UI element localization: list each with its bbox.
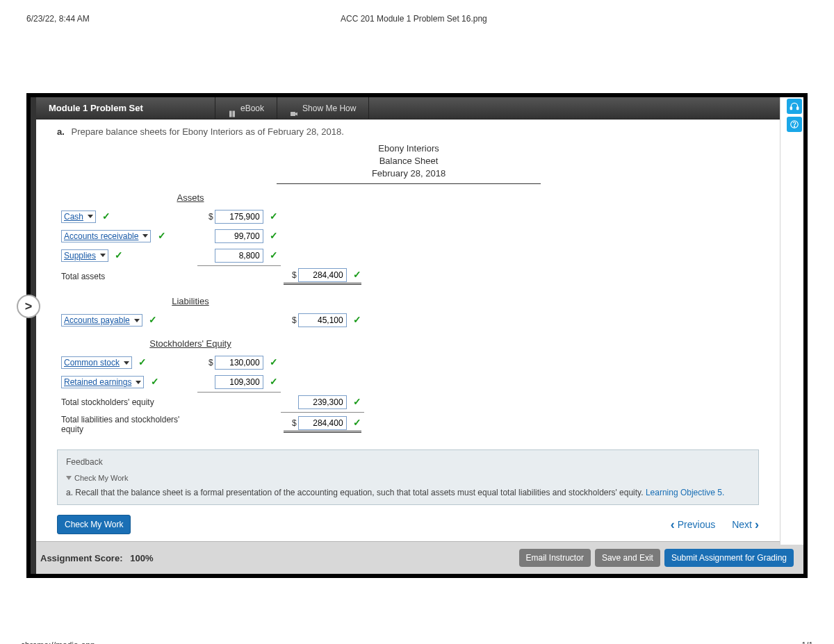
- check-icon: ✓: [270, 210, 278, 222]
- dropdown-cash-label: Cash: [64, 212, 83, 222]
- dropdown-cs[interactable]: Common stock: [61, 356, 132, 369]
- check-icon: ✓: [270, 356, 278, 368]
- check-icon: ✓: [353, 314, 361, 325]
- feedback-box: Feedback Check My Work a. Recall that th…: [57, 449, 759, 505]
- print-header: 6/23/22, 8:44 AM ACC 201 Module 1 Proble…: [0, 0, 834, 24]
- show-me-how-button[interactable]: Show Me How: [277, 97, 369, 119]
- dollar-sign: $: [292, 418, 297, 428]
- section-equity: Stockholders' Equity: [58, 338, 322, 349]
- dropdown-supplies-label: Supplies: [64, 251, 96, 261]
- caret-icon: [88, 215, 93, 218]
- dropdown-supplies[interactable]: Supplies: [61, 249, 108, 262]
- check-icon: ✓: [149, 314, 157, 325]
- ebook-button[interactable]: eBook: [215, 97, 277, 119]
- chevron-left-icon: ‹: [671, 518, 675, 532]
- check-icon: ✓: [353, 417, 361, 428]
- equity-table: Common stock ✓ $ ✓: [58, 353, 364, 437]
- instruction-body: Prepare balance sheets for Ebony Interio…: [71, 126, 343, 137]
- statement-date: February 28, 2018: [277, 167, 541, 180]
- check-icon: ✓: [353, 396, 361, 407]
- instruction-letter: a.: [57, 126, 65, 137]
- dropdown-cash[interactable]: Cash: [61, 210, 96, 223]
- input-supplies[interactable]: [215, 249, 263, 263]
- dropdown-ap[interactable]: Accounts payable: [61, 314, 142, 327]
- action-row: Check My Work ‹ Previous Next ›: [57, 515, 759, 534]
- next-button[interactable]: Next ›: [732, 518, 759, 532]
- dollar-sign: $: [292, 315, 297, 325]
- dropdown-re-label: Retained earnings: [64, 377, 131, 387]
- score-value: 100%: [130, 553, 153, 563]
- dropdown-re[interactable]: Retained earnings: [61, 376, 144, 388]
- input-tse[interactable]: [298, 395, 347, 409]
- row-re: Retained earnings ✓ ✓: [58, 372, 364, 393]
- input-total-assets[interactable]: [298, 268, 347, 282]
- check-icon: ✓: [270, 230, 278, 241]
- triangle-down-icon: [66, 476, 72, 480]
- section-assets: Assets: [58, 192, 322, 203]
- ebook-label: eBook: [240, 97, 264, 119]
- footer-bar: Assignment Score: 100% Email Instructor …: [31, 541, 803, 574]
- cmw-label: Check My Work: [74, 474, 128, 482]
- label-tse: Total stockholders' equity: [58, 393, 197, 413]
- toolbar: Module 1 Problem Set eBook Show Me How: [36, 97, 780, 119]
- next-label: Next: [732, 519, 752, 530]
- expand-panel-handle[interactable]: >: [17, 295, 40, 318]
- check-my-work-toggle[interactable]: Check My Work: [66, 474, 750, 482]
- previous-button[interactable]: ‹ Previous: [671, 518, 715, 532]
- dollar-sign: $: [208, 358, 213, 368]
- input-ar[interactable]: [215, 229, 263, 243]
- caret-icon: [100, 254, 106, 257]
- check-icon: ✓: [115, 249, 123, 261]
- print-footer: chrome://media-app 1/1: [0, 578, 834, 644]
- video-icon: [290, 104, 298, 113]
- print-title: ACC 201 Module 1 Problem Set 16.png: [20, 14, 808, 24]
- sheet-heading: Ebony Interiors Balance Sheet February 2…: [277, 142, 541, 184]
- dropdown-ar-label: Accounts receivable: [64, 231, 138, 241]
- label-tlse: Total liabilities and stockholders' equi…: [58, 412, 197, 437]
- svg-rect-4: [291, 112, 295, 116]
- help-icon[interactable]: [787, 117, 802, 132]
- headset-icon[interactable]: [787, 99, 802, 114]
- instruction-text: a. Prepare balance sheets for Ebony Inte…: [57, 126, 759, 142]
- row-ar: Accounts receivable ✓ ✓: [58, 226, 364, 246]
- check-icon: ✓: [138, 356, 147, 368]
- learning-objective-link[interactable]: Learning Objective 5.: [646, 488, 724, 497]
- check-icon: ✓: [353, 269, 361, 280]
- caret-icon: [136, 381, 141, 384]
- dropdown-ap-label: Accounts payable: [64, 315, 130, 325]
- check-my-work-button[interactable]: Check My Work: [57, 515, 131, 534]
- book-icon: [228, 104, 236, 113]
- row-tse: Total stockholders' equity ✓: [58, 393, 364, 413]
- email-instructor-button[interactable]: Email Instructor: [519, 549, 591, 567]
- caret-icon: [134, 319, 140, 322]
- input-cs[interactable]: [215, 356, 263, 370]
- row-total-assets: Total assets $ ✓: [58, 265, 364, 288]
- dollar-sign: $: [292, 270, 297, 280]
- print-footer-left: chrome://media-app: [21, 641, 95, 644]
- show-me-how-label: Show Me How: [302, 97, 356, 119]
- right-gutter: [780, 97, 803, 545]
- assignment-title: Module 1 Problem Set: [36, 97, 215, 119]
- left-gutter: [31, 97, 36, 574]
- row-cs: Common stock ✓ $ ✓: [58, 353, 364, 372]
- score-label: Assignment Score:: [40, 553, 122, 563]
- row-tlse: Total liabilities and stockholders' equi…: [58, 412, 364, 437]
- caret-icon: [142, 234, 148, 238]
- input-tlse[interactable]: [298, 416, 347, 430]
- balance-sheet: Ebony Interiors Balance Sheet February 2…: [58, 142, 759, 437]
- save-and-exit-button[interactable]: Save and Exit: [595, 549, 660, 567]
- check-icon: ✓: [151, 376, 159, 387]
- company-name: Ebony Interiors: [277, 142, 541, 155]
- row-cash: Cash ✓ $ ✓: [58, 207, 364, 226]
- input-ap[interactable]: [298, 313, 347, 327]
- input-cash[interactable]: [215, 210, 263, 224]
- dropdown-ar[interactable]: Accounts receivable: [61, 230, 151, 242]
- label-total-assets: Total assets: [58, 265, 197, 288]
- svg-rect-1: [797, 107, 799, 110]
- check-icon: ✓: [102, 210, 111, 222]
- caret-icon: [124, 361, 129, 365]
- feedback-text: a. Recall that the balance sheet is a fo…: [66, 488, 646, 497]
- viewer-frame: Module 1 Problem Set eBook Show Me How: [26, 93, 808, 578]
- input-re[interactable]: [215, 375, 263, 389]
- submit-assignment-button[interactable]: Submit Assignment for Grading: [664, 549, 794, 567]
